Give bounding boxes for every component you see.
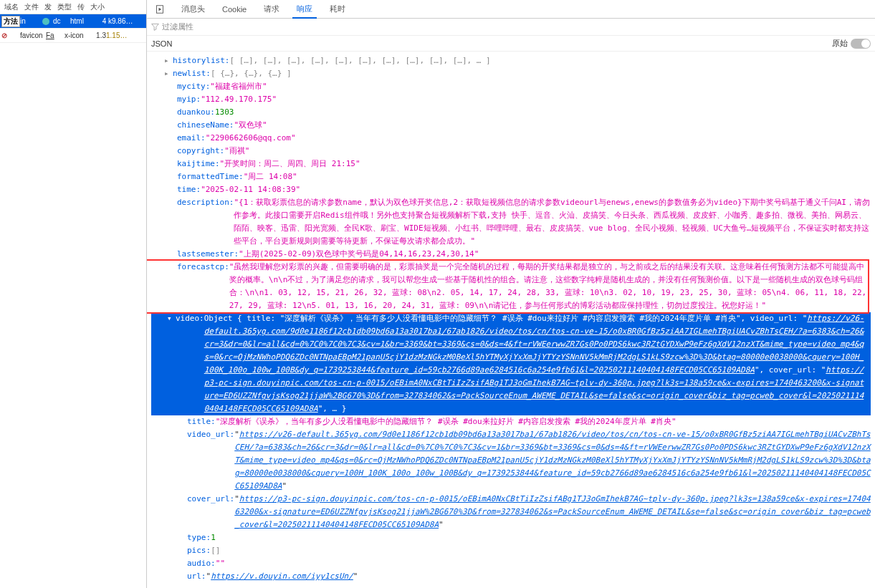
response-panel: 消息头 Cookie 请求 响应 耗时 过滤属性 JSON 原始 ▸histor…	[147, 0, 875, 588]
col-type[interactable]: 类型	[54, 2, 75, 12]
detail-tabs: 消息头 Cookie 请求 响应 耗时	[147, 0, 875, 19]
json-body[interactable]: ▸historylist: [ […], […], […], […], […],…	[147, 52, 875, 588]
filter-icon	[151, 23, 159, 31]
tab-headers[interactable]: 消息头	[177, 1, 209, 17]
raw-toggle[interactable]	[851, 39, 871, 49]
json-header-row: JSON 原始	[147, 36, 875, 52]
request-list-panel: 域名 文件 发 类型 传 大小 方法 in dc html 4 k 9.86… …	[0, 0, 147, 588]
col-size[interactable]: 大小	[87, 2, 107, 12]
expand-icon[interactable]: ▸	[164, 54, 173, 67]
col-transfer[interactable]: 传	[75, 2, 87, 12]
tab-cookie[interactable]: Cookie	[218, 2, 251, 16]
request-row[interactable]: ⊘ favicon Fa x-icon 1.3 1.15…	[0, 29, 146, 43]
expand-icon[interactable]: ▸	[164, 67, 173, 80]
request-list-header: 域名 文件 发 类型 传 大小	[0, 0, 146, 14]
tab-response[interactable]: 响应	[292, 1, 317, 19]
col-domain[interactable]: 域名	[1, 2, 21, 12]
method-badge: 方法	[1, 16, 20, 27]
request-row-selected[interactable]: 方法 in dc html 4 k 9.86…	[0, 14, 146, 29]
type-icon	[39, 17, 53, 25]
selection-highlight	[147, 259, 869, 314]
blocked-icon: ⊘	[1, 32, 20, 39]
col-init[interactable]: 发	[42, 2, 54, 12]
video-object-selected[interactable]: ▾video: Object { title: "深度解析《误杀》，当年有多少人…	[151, 312, 871, 415]
raw-label: 原始	[832, 38, 848, 49]
json-label: JSON	[151, 39, 172, 48]
filter-row: 过滤属性	[147, 19, 875, 36]
tab-request[interactable]: 请求	[259, 1, 284, 17]
filter-placeholder[interactable]: 过滤属性	[162, 21, 193, 32]
collapse-icon[interactable]: ▾	[167, 312, 176, 325]
tab-timing[interactable]: 耗时	[325, 1, 350, 17]
col-file[interactable]: 文件	[21, 2, 42, 12]
pause-icon[interactable]	[151, 2, 168, 16]
